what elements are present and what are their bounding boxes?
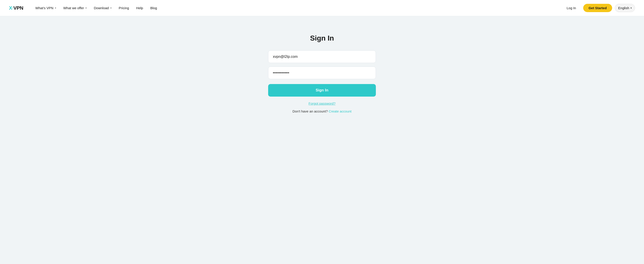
- logo-vpn: VPN: [14, 5, 23, 11]
- navbar-actions: Log In Get Started English ▾: [562, 4, 635, 12]
- nav-menu: What's VPN ▾ What we offer ▾ Download ▾ …: [32, 4, 562, 12]
- chevron-down-icon: ▾: [55, 7, 56, 9]
- language-label: English: [618, 6, 629, 10]
- email-input[interactable]: [268, 50, 376, 63]
- chevron-down-icon: ▾: [86, 7, 86, 9]
- logo-x: X: [9, 5, 12, 11]
- no-account-text: Don't have an account? Create account: [292, 109, 352, 113]
- nav-item-download[interactable]: Download ▾: [91, 4, 115, 12]
- logo[interactable]: X·VPN: [9, 5, 23, 11]
- login-button[interactable]: Log In: [562, 4, 580, 12]
- signin-title: Sign In: [310, 34, 334, 42]
- signin-container: Sign In Sign In Forgot password? Don't h…: [268, 34, 376, 113]
- nav-item-whats-vpn[interactable]: What's VPN ▾: [32, 4, 59, 12]
- nav-item-blog[interactable]: Blog: [147, 4, 160, 12]
- create-account-link[interactable]: Create account: [329, 109, 352, 113]
- password-input[interactable]: [268, 66, 376, 79]
- forgot-password-link[interactable]: Forgot password?: [308, 101, 336, 105]
- navbar: X·VPN What's VPN ▾ What we offer ▾ Downl…: [0, 0, 644, 16]
- email-group: [268, 50, 376, 63]
- main-content: Sign In Sign In Forgot password? Don't h…: [0, 16, 644, 264]
- chevron-down-icon: ▾: [110, 7, 112, 9]
- nav-item-what-we-offer[interactable]: What we offer ▾: [60, 4, 90, 12]
- nav-item-help[interactable]: Help: [133, 4, 146, 12]
- password-group: [268, 66, 376, 79]
- signin-button[interactable]: Sign In: [268, 84, 376, 97]
- language-selector[interactable]: English ▾: [615, 4, 635, 12]
- chevron-down-icon: ▾: [630, 7, 632, 9]
- nav-item-pricing[interactable]: Pricing: [116, 4, 132, 12]
- get-started-button[interactable]: Get Started: [583, 4, 612, 12]
